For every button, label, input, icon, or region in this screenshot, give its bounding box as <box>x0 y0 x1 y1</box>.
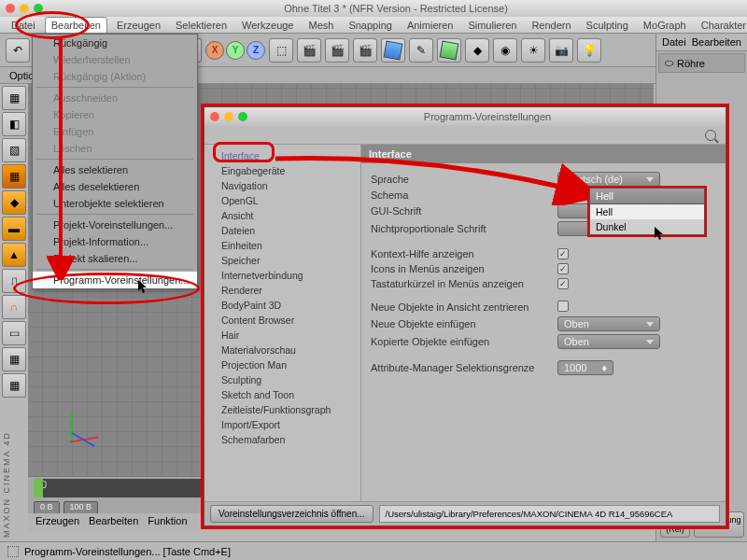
tab-erzeugen[interactable]: Erzeugen <box>35 515 79 530</box>
tree-view[interactable]: Ansicht <box>204 208 360 223</box>
texture-mode-button[interactable]: ▦ <box>2 164 26 189</box>
tree-bodypaint[interactable]: BodyPaint 3D <box>204 298 360 313</box>
sprache-select[interactable]: Deutsch (de) <box>557 172 660 187</box>
tree-projectionman[interactable]: Projection Man <box>204 357 360 372</box>
menu-erzeugen[interactable]: Erzeugen <box>111 18 166 33</box>
insert-select[interactable]: Oben <box>557 316 660 331</box>
tree-internet[interactable]: Internetverbindung <box>204 268 360 283</box>
object-item[interactable]: ⬭ Röhre <box>658 53 745 73</box>
center-newobj-checkbox[interactable] <box>557 301 569 312</box>
y-axis-toggle[interactable]: Y <box>226 41 245 60</box>
render-region-button[interactable]: 🎬 <box>325 38 349 63</box>
menu-shortcuts-checkbox[interactable]: ✓ <box>557 278 569 289</box>
om-tab-bearbeiten[interactable]: Bearbeiten <box>692 36 741 48</box>
add-deformer-button[interactable]: ◉ <box>493 38 517 63</box>
tree-timeline[interactable]: Zeitleiste/Funktionsgraph <box>204 402 360 417</box>
tree-contentbrowser[interactable]: Content Browser <box>204 313 360 328</box>
menu-undo-action[interactable]: Rückgängig (Aktion) <box>33 68 197 85</box>
menu-project-scale[interactable]: Projekt skalieren... <box>33 250 197 267</box>
undo-button[interactable]: ↶ <box>6 38 30 63</box>
menu-paste[interactable]: Einfügen <box>33 123 197 140</box>
tree-hair[interactable]: Hair <box>204 328 360 343</box>
object-mode-button[interactable]: ▧ <box>2 138 26 162</box>
menu-copy[interactable]: Kopieren <box>33 106 197 123</box>
tree-interface[interactable]: Interface <box>204 148 360 163</box>
menu-simulieren[interactable]: Simulieren <box>462 18 522 33</box>
search-icon[interactable] <box>705 130 716 141</box>
menu-mograph[interactable]: MoGraph <box>638 18 692 33</box>
menu-select-children[interactable]: Unterobjekte selektieren <box>33 195 197 212</box>
menu-icons-checkbox[interactable]: ✓ <box>557 263 569 274</box>
menu-rendern[interactable]: Rendern <box>526 18 576 33</box>
menu-deselect-all[interactable]: Alles deselektieren <box>33 178 197 195</box>
menu-sculpting[interactable]: Sculpting <box>581 18 634 33</box>
add-cube-button[interactable] <box>381 38 405 63</box>
point-mode-button[interactable]: ◆ <box>2 190 26 215</box>
menu-redo[interactable]: Wiederherstellen <box>33 51 197 68</box>
tree-renderer[interactable]: Renderer <box>204 283 360 298</box>
tree-units[interactable]: Einheiten <box>204 238 360 253</box>
context-help-checkbox[interactable]: ✓ <box>557 248 569 259</box>
schema-option-hell[interactable]: Hell <box>590 204 704 219</box>
copied-select[interactable]: Oben <box>557 334 660 349</box>
add-spline-button[interactable]: ✎ <box>409 38 433 63</box>
menu-project-settings[interactable]: Projekt-Voreinstellungen... <box>33 217 197 233</box>
zoom-icon[interactable] <box>34 4 43 13</box>
attr-limit-spinner[interactable]: 1000♦ <box>557 360 613 375</box>
minimize-icon[interactable] <box>224 112 233 121</box>
minimize-icon[interactable] <box>20 4 29 13</box>
menu-werkzeuge[interactable]: Werkzeuge <box>236 18 299 33</box>
menu-preferences[interactable]: Programm-Voreinstellungen... <box>33 272 197 288</box>
menu-mesh[interactable]: Mesh <box>303 18 339 33</box>
render-settings-button[interactable]: 🎬 <box>353 38 377 63</box>
menu-select-all[interactable]: Alles selektieren <box>33 161 197 178</box>
tree-opengl[interactable]: OpenGL <box>204 193 360 208</box>
tree-input[interactable]: Eingabegeräte <box>204 163 360 178</box>
tree-schemecolors[interactable]: Schemafarben <box>204 432 360 447</box>
tool-button[interactable]: ⬚ <box>269 38 293 63</box>
menu-project-info[interactable]: Projekt-Information... <box>33 233 197 250</box>
model-mode-button[interactable]: ◧ <box>2 112 26 136</box>
close-icon[interactable] <box>6 4 15 13</box>
schema-select[interactable]: Hell <box>589 188 705 204</box>
tree-importexport[interactable]: Import/Export <box>204 417 360 432</box>
close-icon[interactable] <box>210 112 219 121</box>
schema-option-dunkel[interactable]: Dunkel <box>590 219 704 234</box>
menu-animieren[interactable]: Animieren <box>402 18 459 33</box>
render-button[interactable]: 🎬 <box>297 38 321 63</box>
menu-delete[interactable]: Löschen <box>33 140 197 157</box>
time-start[interactable]: 0 B <box>34 501 60 514</box>
polygon-mode-button[interactable]: ▲ <box>2 243 26 267</box>
menu-selektieren[interactable]: Selektieren <box>170 18 233 33</box>
snap-button[interactable]: ∩ <box>2 295 26 319</box>
tree-navigation[interactable]: Navigation <box>204 178 360 193</box>
menu-bearbeiten[interactable]: Bearbeiten <box>45 17 107 34</box>
tab-bearbeiten[interactable]: Bearbeiten <box>89 515 138 530</box>
misc-button[interactable]: ▦ <box>2 373 26 398</box>
menu-datei[interactable]: Datei <box>6 18 41 33</box>
tree-sketchtoon[interactable]: Sketch and Toon <box>204 387 360 402</box>
z-axis-toggle[interactable]: Z <box>247 41 265 60</box>
edge-mode-button[interactable]: ▬ <box>2 217 26 241</box>
axis-mode-button[interactable]: ⎍ <box>2 269 26 293</box>
tree-files[interactable]: Dateien <box>204 223 360 238</box>
tab-funktion[interactable]: Funktion <box>148 515 187 530</box>
x-axis-toggle[interactable]: X <box>205 41 224 60</box>
add-light-button[interactable]: 💡 <box>577 38 601 63</box>
add-camera-button[interactable]: 📷 <box>549 38 573 63</box>
menu-cut[interactable]: Ausschneiden <box>33 90 197 106</box>
tree-sculpting[interactable]: Sculpting <box>204 372 360 387</box>
add-generator-button[interactable]: ◆ <box>465 38 489 63</box>
menu-charakter[interactable]: Charakter <box>696 18 747 33</box>
tree-memory[interactable]: Speicher <box>204 253 360 268</box>
om-tab-datei[interactable]: Datei <box>662 36 686 48</box>
add-environment-button[interactable]: ☀ <box>521 38 545 63</box>
open-prefdir-button[interactable]: Voreinstellungsverzeichnis öffnen... <box>210 505 374 523</box>
make-editable-button[interactable]: ▦ <box>2 86 26 110</box>
add-nurbs-button[interactable] <box>437 38 461 63</box>
zoom-icon[interactable] <box>238 112 247 121</box>
menu-snapping[interactable]: Snapping <box>343 18 398 33</box>
tree-matpreview[interactable]: Materialvorschau <box>204 343 360 357</box>
misc-button[interactable]: ▦ <box>2 347 26 371</box>
playhead[interactable] <box>34 479 43 497</box>
